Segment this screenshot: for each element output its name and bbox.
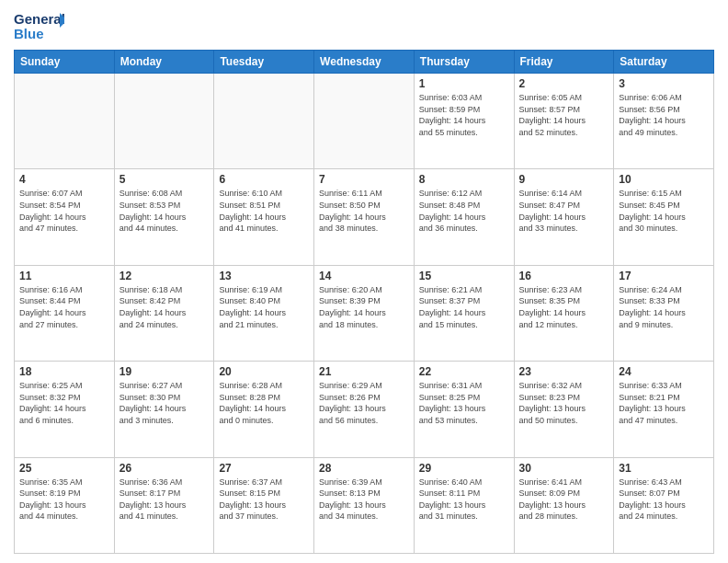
day-number: 27: [219, 462, 309, 475]
day-number: 21: [319, 365, 409, 378]
calendar-day-12: 12Sunrise: 6:18 AM Sunset: 8:42 PM Dayli…: [114, 265, 214, 361]
day-info: Sunrise: 6:03 AM Sunset: 8:59 PM Dayligh…: [419, 92, 509, 138]
day-header-friday: Friday: [514, 51, 614, 74]
calendar-day-11: 11Sunrise: 6:16 AM Sunset: 8:44 PM Dayli…: [15, 265, 115, 361]
calendar-day-19: 19Sunrise: 6:27 AM Sunset: 8:30 PM Dayli…: [114, 362, 214, 457]
calendar-week-row: 18Sunrise: 6:25 AM Sunset: 8:32 PM Dayli…: [15, 362, 714, 457]
day-number: 7: [319, 173, 409, 186]
day-info: Sunrise: 6:08 AM Sunset: 8:53 PM Dayligh…: [119, 188, 210, 234]
day-number: 9: [519, 173, 609, 186]
calendar-day-13: 13Sunrise: 6:19 AM Sunset: 8:40 PM Dayli…: [214, 265, 314, 361]
page: General Blue SundayMondayTuesdayWednesda…: [0, 0, 728, 563]
day-info: Sunrise: 6:16 AM Sunset: 8:44 PM Dayligh…: [19, 284, 109, 330]
day-header-tuesday: Tuesday: [214, 51, 314, 74]
day-header-saturday: Saturday: [614, 51, 714, 74]
calendar-day-25: 25Sunrise: 6:35 AM Sunset: 8:19 PM Dayli…: [15, 457, 115, 553]
day-info: Sunrise: 6:36 AM Sunset: 8:17 PM Dayligh…: [119, 477, 210, 523]
calendar-empty-cell: [114, 74, 214, 169]
day-info: Sunrise: 6:31 AM Sunset: 8:25 PM Dayligh…: [419, 380, 509, 426]
day-info: Sunrise: 6:25 AM Sunset: 8:32 PM Dayligh…: [19, 380, 109, 426]
day-info: Sunrise: 6:20 AM Sunset: 8:39 PM Dayligh…: [319, 284, 409, 330]
day-number: 29: [419, 462, 509, 475]
day-header-thursday: Thursday: [414, 51, 514, 74]
day-info: Sunrise: 6:23 AM Sunset: 8:35 PM Dayligh…: [519, 284, 609, 330]
day-number: 3: [619, 77, 709, 90]
day-number: 18: [19, 365, 109, 378]
day-info: Sunrise: 6:19 AM Sunset: 8:40 PM Dayligh…: [219, 284, 309, 330]
day-number: 6: [219, 173, 309, 186]
day-info: Sunrise: 6:32 AM Sunset: 8:23 PM Dayligh…: [519, 380, 609, 426]
calendar-header-row: SundayMondayTuesdayWednesdayThursdayFrid…: [15, 51, 714, 74]
day-info: Sunrise: 6:33 AM Sunset: 8:21 PM Dayligh…: [619, 380, 709, 426]
calendar-day-18: 18Sunrise: 6:25 AM Sunset: 8:32 PM Dayli…: [15, 362, 115, 457]
day-number: 24: [619, 365, 709, 378]
day-info: Sunrise: 6:24 AM Sunset: 8:33 PM Dayligh…: [619, 284, 709, 330]
day-number: 17: [619, 270, 709, 282]
calendar-table: SundayMondayTuesdayWednesdayThursdayFrid…: [14, 50, 714, 554]
day-info: Sunrise: 6:35 AM Sunset: 8:19 PM Dayligh…: [19, 477, 109, 523]
day-number: 22: [419, 365, 509, 378]
day-info: Sunrise: 6:06 AM Sunset: 8:56 PM Dayligh…: [619, 92, 709, 138]
day-number: 20: [219, 365, 309, 378]
calendar-day-26: 26Sunrise: 6:36 AM Sunset: 8:17 PM Dayli…: [114, 457, 214, 553]
day-number: 23: [519, 365, 609, 378]
day-number: 11: [19, 270, 109, 282]
day-info: Sunrise: 6:27 AM Sunset: 8:30 PM Dayligh…: [119, 380, 210, 426]
calendar-day-3: 3Sunrise: 6:06 AM Sunset: 8:56 PM Daylig…: [614, 74, 714, 169]
day-info: Sunrise: 6:29 AM Sunset: 8:26 PM Dayligh…: [319, 380, 409, 426]
calendar-empty-cell: [214, 74, 314, 169]
calendar-day-8: 8Sunrise: 6:12 AM Sunset: 8:48 PM Daylig…: [414, 169, 514, 265]
calendar-week-row: 11Sunrise: 6:16 AM Sunset: 8:44 PM Dayli…: [15, 265, 714, 361]
day-number: 2: [519, 77, 609, 90]
day-info: Sunrise: 6:21 AM Sunset: 8:37 PM Dayligh…: [419, 284, 509, 330]
calendar-day-28: 28Sunrise: 6:39 AM Sunset: 8:13 PM Dayli…: [314, 457, 415, 553]
calendar-day-30: 30Sunrise: 6:41 AM Sunset: 8:09 PM Dayli…: [514, 457, 614, 553]
day-number: 15: [419, 270, 509, 282]
day-number: 5: [119, 173, 210, 186]
day-info: Sunrise: 6:14 AM Sunset: 8:47 PM Dayligh…: [519, 188, 609, 234]
day-info: Sunrise: 6:11 AM Sunset: 8:50 PM Dayligh…: [319, 188, 409, 234]
calendar-day-14: 14Sunrise: 6:20 AM Sunset: 8:39 PM Dayli…: [314, 265, 415, 361]
day-number: 13: [219, 270, 309, 282]
day-info: Sunrise: 6:43 AM Sunset: 8:07 PM Dayligh…: [619, 477, 709, 523]
calendar-week-row: 25Sunrise: 6:35 AM Sunset: 8:19 PM Dayli…: [15, 457, 714, 553]
calendar-day-29: 29Sunrise: 6:40 AM Sunset: 8:11 PM Dayli…: [414, 457, 514, 553]
calendar-day-15: 15Sunrise: 6:21 AM Sunset: 8:37 PM Dayli…: [414, 265, 514, 361]
svg-text:Blue: Blue: [14, 26, 44, 41]
day-info: Sunrise: 6:07 AM Sunset: 8:54 PM Dayligh…: [19, 188, 109, 234]
day-info: Sunrise: 6:40 AM Sunset: 8:11 PM Dayligh…: [419, 477, 509, 523]
day-number: 31: [619, 462, 709, 475]
calendar-day-2: 2Sunrise: 6:05 AM Sunset: 8:57 PM Daylig…: [514, 74, 614, 169]
day-number: 10: [619, 173, 709, 186]
calendar-day-16: 16Sunrise: 6:23 AM Sunset: 8:35 PM Dayli…: [514, 265, 614, 361]
day-number: 14: [319, 270, 409, 282]
day-info: Sunrise: 6:39 AM Sunset: 8:13 PM Dayligh…: [319, 477, 409, 523]
calendar-week-row: 4Sunrise: 6:07 AM Sunset: 8:54 PM Daylig…: [15, 169, 714, 265]
logo: General Blue: [14, 9, 64, 42]
calendar-day-20: 20Sunrise: 6:28 AM Sunset: 8:28 PM Dayli…: [214, 362, 314, 457]
day-header-sunday: Sunday: [15, 51, 115, 74]
calendar-day-23: 23Sunrise: 6:32 AM Sunset: 8:23 PM Dayli…: [514, 362, 614, 457]
day-number: 16: [519, 270, 609, 282]
calendar-day-27: 27Sunrise: 6:37 AM Sunset: 8:15 PM Dayli…: [214, 457, 314, 553]
day-number: 8: [419, 173, 509, 186]
day-info: Sunrise: 6:41 AM Sunset: 8:09 PM Dayligh…: [519, 477, 609, 523]
calendar-day-24: 24Sunrise: 6:33 AM Sunset: 8:21 PM Dayli…: [614, 362, 714, 457]
day-number: 26: [119, 462, 210, 475]
day-number: 25: [19, 462, 109, 475]
header: General Blue: [14, 9, 714, 42]
day-info: Sunrise: 6:28 AM Sunset: 8:28 PM Dayligh…: [219, 380, 309, 426]
day-info: Sunrise: 6:15 AM Sunset: 8:45 PM Dayligh…: [619, 188, 709, 234]
calendar-day-31: 31Sunrise: 6:43 AM Sunset: 8:07 PM Dayli…: [614, 457, 714, 553]
day-number: 12: [119, 270, 210, 282]
day-number: 4: [19, 173, 109, 186]
day-info: Sunrise: 6:18 AM Sunset: 8:42 PM Dayligh…: [119, 284, 210, 330]
day-number: 30: [519, 462, 609, 475]
day-info: Sunrise: 6:05 AM Sunset: 8:57 PM Dayligh…: [519, 92, 609, 138]
logo-svg: General Blue: [14, 9, 64, 42]
calendar-day-9: 9Sunrise: 6:14 AM Sunset: 8:47 PM Daylig…: [514, 169, 614, 265]
calendar-day-7: 7Sunrise: 6:11 AM Sunset: 8:50 PM Daylig…: [314, 169, 415, 265]
calendar-week-row: 1Sunrise: 6:03 AM Sunset: 8:59 PM Daylig…: [15, 74, 714, 169]
calendar-day-21: 21Sunrise: 6:29 AM Sunset: 8:26 PM Dayli…: [314, 362, 415, 457]
calendar-empty-cell: [15, 74, 115, 169]
